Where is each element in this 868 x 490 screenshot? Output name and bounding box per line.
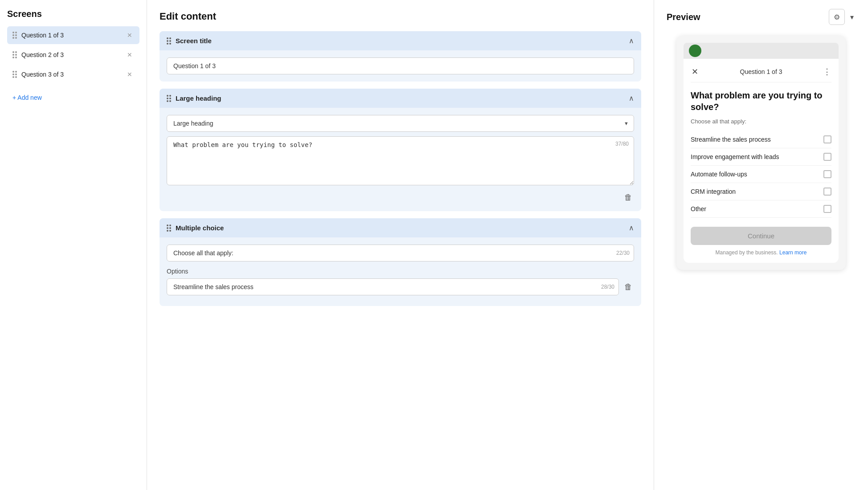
close-icon-q3[interactable]: ✕ — [125, 70, 134, 79]
chevron-down-icon[interactable]: ▾ — [848, 11, 856, 23]
screen-title-input[interactable] — [167, 57, 634, 74]
screen-title-drag-handle — [167, 37, 171, 45]
phone-header-bar — [684, 43, 839, 59]
choice-label-4: CRM integration — [691, 188, 736, 195]
choice-list: Streamline the sales process Improve eng… — [691, 131, 831, 218]
phone-mockup: ✕ Question 1 of 3 ⋮ What problem are you… — [676, 36, 846, 270]
drag-handle-q1 — [12, 32, 17, 39]
option-1-delete-button[interactable]: 🗑 — [622, 281, 634, 294]
multiple-choice-section: Multiple choice ∧ 22/30 Options 28/30 🗑 — [160, 218, 641, 306]
phone-footer-link[interactable]: Learn more — [779, 249, 807, 256]
preview-controls: ⚙ ▾ — [829, 9, 856, 25]
multiple-choice-section-label: Multiple choice — [176, 224, 624, 232]
screen-title-section: Screen title ∧ — [160, 31, 641, 82]
phone-modal-title: Question 1 of 3 — [740, 68, 782, 75]
choice-label-2: Improve engagement with leads — [691, 153, 779, 160]
sidebar-item-label-q1: Question 1 of 3 — [21, 32, 125, 39]
large-heading-section-header[interactable]: Large heading ∧ — [160, 89, 641, 108]
options-label: Options — [167, 268, 634, 275]
heading-delete-button[interactable]: 🗑 — [622, 191, 634, 204]
large-heading-section-label: Large heading — [176, 94, 624, 102]
screen-title-collapse-icon[interactable]: ∧ — [629, 37, 634, 45]
choice-checkbox-5[interactable] — [823, 205, 831, 213]
choice-checkbox-3[interactable] — [823, 170, 831, 178]
sidebar-item-label-q2: Question 2 of 3 — [21, 51, 125, 58]
edit-panel: Edit content Screen title ∧ Large headin… — [147, 0, 654, 490]
large-heading-section: Large heading ∧ Large heading Medium hea… — [160, 89, 641, 211]
close-icon-q2[interactable]: ✕ — [125, 50, 134, 59]
sidebar-item-q1[interactable]: Question 1 of 3 ✕ — [7, 26, 139, 44]
large-heading-collapse-icon[interactable]: ∧ — [629, 94, 634, 102]
multiple-choice-collapse-icon[interactable]: ∧ — [629, 224, 634, 232]
sidebar: Screens Question 1 of 3 ✕ Question 2 of … — [0, 0, 147, 490]
edit-panel-title: Edit content — [160, 11, 641, 22]
choice-label-3: Automate follow-ups — [691, 171, 747, 178]
multiple-choice-section-header[interactable]: Multiple choice ∧ — [160, 218, 641, 237]
choice-row-5[interactable]: Other — [691, 200, 831, 218]
multiple-choice-drag-handle — [167, 225, 171, 232]
choice-label-5: Other — [691, 205, 706, 212]
phone-question-heading: What problem are you trying to solve? — [691, 90, 831, 113]
choice-checkbox-1[interactable] — [823, 135, 831, 143]
continue-button[interactable]: Continue — [691, 227, 831, 245]
phone-inner: ✕ Question 1 of 3 ⋮ What problem are you… — [684, 59, 839, 263]
choice-row-2[interactable]: Improve engagement with leads — [691, 148, 831, 166]
placeholder-input[interactable] — [167, 245, 634, 261]
phone-close-button[interactable]: ✕ — [691, 66, 699, 78]
heading-type-select[interactable]: Large heading Medium heading Small headi… — [167, 115, 634, 132]
sidebar-item-q3[interactable]: Question 3 of 3 ✕ — [7, 65, 139, 83]
sidebar-title: Screens — [7, 9, 139, 19]
heading-type-select-wrapper: Large heading Medium heading Small headi… — [167, 115, 634, 132]
heading-trash-wrapper: 🗑 — [167, 191, 634, 204]
choice-label-1: Streamline the sales process — [691, 136, 771, 143]
phone-footer-text: Managed by the business. — [716, 249, 778, 256]
preview-panel: Preview ⚙ ▾ ✕ Question 1 of 3 ⋮ What pro… — [654, 0, 868, 490]
heading-text-wrapper: What problem are you trying to solve? 37… — [167, 136, 634, 187]
screen-title-section-label: Screen title — [176, 37, 624, 45]
placeholder-row: 22/30 — [167, 245, 634, 261]
choice-row-1[interactable]: Streamline the sales process — [691, 131, 831, 148]
option-row-1: 28/30 🗑 — [167, 278, 634, 295]
option-1-input[interactable] — [167, 278, 619, 295]
choice-row-4[interactable]: CRM integration — [691, 183, 831, 200]
placeholder-input-wrapper: 22/30 — [167, 245, 634, 261]
option-1-input-wrapper: 28/30 — [167, 278, 619, 295]
screen-title-section-header[interactable]: Screen title ∧ — [160, 31, 641, 50]
multiple-choice-section-body: 22/30 Options 28/30 🗑 — [160, 237, 641, 306]
phone-sub-label: Choose all that apply: — [691, 118, 831, 125]
sidebar-item-q2[interactable]: Question 2 of 3 ✕ — [7, 46, 139, 64]
settings-button[interactable]: ⚙ — [829, 9, 845, 25]
phone-avatar — [689, 45, 701, 57]
phone-menu-button[interactable]: ⋮ — [823, 67, 831, 77]
drag-handle-q2 — [12, 51, 17, 58]
preview-header: Preview ⚙ ▾ — [667, 9, 856, 25]
close-icon-q1[interactable]: ✕ — [125, 31, 134, 40]
heading-textarea[interactable]: What problem are you trying to solve? — [167, 136, 634, 185]
choice-row-3[interactable]: Automate follow-ups — [691, 166, 831, 183]
phone-modal-header: ✕ Question 1 of 3 ⋮ — [691, 66, 831, 82]
screen-title-section-body — [160, 50, 641, 82]
choice-checkbox-2[interactable] — [823, 153, 831, 161]
preview-title: Preview — [667, 12, 700, 22]
sidebar-item-label-q3: Question 3 of 3 — [21, 71, 125, 78]
phone-footer: Managed by the business. Learn more — [691, 249, 831, 256]
large-heading-drag-handle — [167, 95, 171, 102]
large-heading-section-body: Large heading Medium heading Small headi… — [160, 108, 641, 211]
choice-checkbox-4[interactable] — [823, 188, 831, 196]
drag-handle-q3 — [12, 71, 17, 78]
add-new-button[interactable]: + Add new — [7, 90, 47, 105]
